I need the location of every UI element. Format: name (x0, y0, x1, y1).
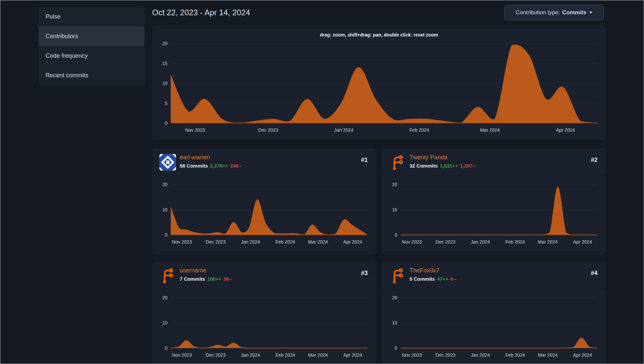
svg-text:Nov 2023: Nov 2023 (172, 352, 192, 358)
overall-contributions-chart[interactable]: 05101520Nov 2023Dec 2023Jan 2024Feb 2024… (155, 39, 603, 138)
svg-text:Dec 2023: Dec 2023 (206, 352, 226, 358)
svg-text:Apr 2024: Apr 2024 (573, 352, 592, 358)
svg-text:Mar 2024: Mar 2024 (308, 239, 328, 245)
svg-text:10: 10 (162, 81, 167, 86)
deletions-count: 1,297-- (460, 163, 476, 169)
commit-count: 32 Commits (410, 163, 438, 169)
svg-text:20: 20 (392, 295, 397, 300)
svg-text:Feb 2024: Feb 2024 (276, 239, 295, 245)
svg-text:0: 0 (395, 345, 397, 351)
contributor-stats: 58 Commits3,375++286-- (180, 163, 242, 169)
contributor-name-link[interactable]: earl-warren (180, 154, 210, 161)
contribution-type-label: Contribution type: (516, 9, 560, 16)
additions-count: 108++ (207, 276, 222, 282)
commit-count: 7 Commits (180, 276, 205, 282)
contributor-name-link[interactable]: Twenty Panda (410, 154, 447, 161)
svg-text:Jan 2024: Jan 2024 (334, 127, 353, 133)
svg-text:Feb 2024: Feb 2024 (410, 127, 429, 133)
svg-text:10: 10 (162, 320, 167, 326)
contributor-rank: #3 (361, 270, 368, 277)
svg-text:Dec 2023: Dec 2023 (435, 352, 455, 358)
svg-text:0: 0 (395, 232, 397, 238)
svg-text:Nov 2023: Nov 2023 (172, 239, 192, 245)
additions-count: 3,375++ (210, 163, 228, 169)
contributor-rank: #4 (591, 270, 598, 277)
deletions-count: 36-- (223, 276, 232, 282)
additions-count: 47++ (437, 276, 448, 282)
svg-text:Mar 2024: Mar 2024 (538, 352, 558, 358)
contributor-chart[interactable]: 01020Nov 2023Dec 2023Jan 2024Feb 2024Mar… (385, 290, 603, 364)
svg-text:5: 5 (165, 101, 167, 106)
svg-text:Dec 2023: Dec 2023 (435, 239, 455, 245)
forgejo-logo-avatar (159, 267, 176, 284)
svg-text:Nov 2023: Nov 2023 (402, 239, 422, 245)
contributor-name-link[interactable]: TheFox0x7 (410, 267, 439, 274)
forgejo-logo-avatar (389, 154, 406, 171)
svg-text:Apr 2024: Apr 2024 (556, 127, 575, 133)
contributor-rank: #1 (361, 157, 368, 164)
sidebar: Pulse Contributors Code frequency Recent… (39, 7, 144, 85)
sidebar-item-recent-commits[interactable]: Recent commits (39, 66, 144, 85)
deletions-count: 6-- (450, 276, 456, 282)
contributor-stats: 32 Commits1,531++1,297-- (410, 163, 476, 169)
contributor-card-header: earl-warren 58 Commits3,375++286-- #1 (152, 149, 376, 176)
svg-text:20: 20 (392, 182, 397, 187)
contributor-chart[interactable]: 01020Nov 2023Dec 2023Jan 2024Feb 2024Mar… (155, 290, 373, 364)
svg-text:Feb 2024: Feb 2024 (506, 239, 525, 245)
overall-contributions-panel: drag: zoom, shift+drag: pan, double clic… (152, 26, 606, 140)
contributor-card-1: earl-warren 58 Commits3,375++286-- #1 01… (152, 149, 376, 255)
deletions-count: 286-- (230, 163, 242, 169)
sidebar-item-contributors[interactable]: Contributors (39, 27, 144, 46)
contributor-chart[interactable]: 01020Nov 2023Dec 2023Jan 2024Feb 2024Mar… (385, 177, 603, 252)
identicon-avatar (159, 154, 176, 171)
additions-count: 1,531++ (440, 163, 458, 169)
svg-text:20: 20 (162, 41, 167, 46)
svg-text:Apr 2024: Apr 2024 (343, 239, 362, 245)
contributor-card-4: TheFox0x7 5 Commits47++6-- #4 01020Nov 2… (382, 262, 606, 364)
svg-text:10: 10 (162, 207, 167, 212)
commit-count: 58 Commits (180, 163, 208, 169)
svg-text:20: 20 (162, 182, 167, 187)
chart-zoom-hint: drag: zoom, shift+drag: pan, double clic… (152, 26, 606, 37)
svg-text:Jan 2024: Jan 2024 (471, 352, 490, 358)
date-range-title: Oct 22, 2023 - Apr 14, 2024 (152, 8, 250, 17)
svg-text:15: 15 (162, 61, 167, 66)
svg-text:Mar 2024: Mar 2024 (308, 352, 328, 358)
contributor-card-3: username 7 Commits108++36-- #3 01020Nov … (152, 262, 376, 364)
svg-text:Feb 2024: Feb 2024 (506, 352, 525, 358)
svg-text:Dec 2023: Dec 2023 (258, 127, 278, 133)
svg-text:0: 0 (165, 345, 167, 351)
svg-text:Dec 2023: Dec 2023 (206, 239, 226, 245)
svg-text:0: 0 (165, 120, 167, 126)
contribution-type-dropdown[interactable]: Contribution type: Commits (505, 5, 604, 20)
contributor-stats: 7 Commits108++36-- (180, 276, 232, 282)
svg-text:Apr 2024: Apr 2024 (343, 352, 362, 358)
contributor-chart[interactable]: 01020Nov 2023Dec 2023Jan 2024Feb 2024Mar… (155, 177, 373, 252)
svg-text:Apr 2024: Apr 2024 (573, 239, 592, 245)
svg-text:20: 20 (162, 295, 167, 300)
svg-text:Mar 2024: Mar 2024 (538, 239, 558, 245)
contributor-card-header: username 7 Commits108++36-- #3 (152, 262, 376, 289)
svg-text:Feb 2024: Feb 2024 (276, 352, 295, 358)
contributor-stats: 5 Commits47++6-- (410, 276, 456, 282)
contributor-card-header: TheFox0x7 5 Commits47++6-- #4 (382, 262, 606, 289)
svg-text:Jan 2024: Jan 2024 (241, 239, 260, 245)
svg-text:Nov 2023: Nov 2023 (402, 352, 422, 358)
svg-text:Mar 2024: Mar 2024 (480, 127, 500, 133)
svg-text:0: 0 (165, 232, 167, 238)
contributors-page: { "header": { "date_range": "Oct 22, 202… (0, 0, 644, 364)
sidebar-item-pulse[interactable]: Pulse (39, 7, 144, 27)
contributor-rank: #2 (591, 157, 598, 164)
contributor-card-header: Twenty Panda 32 Commits1,531++1,297-- #2 (382, 149, 606, 176)
sidebar-item-code-frequency[interactable]: Code frequency (39, 46, 144, 66)
contributor-card-2: Twenty Panda 32 Commits1,531++1,297-- #2… (382, 149, 606, 255)
forgejo-logo-avatar (389, 267, 406, 284)
contributor-name-link[interactable]: username (180, 267, 206, 274)
dropdown-caret-icon (589, 12, 593, 14)
svg-text:Jan 2024: Jan 2024 (471, 239, 490, 245)
svg-text:Nov 2023: Nov 2023 (185, 127, 205, 133)
svg-text:10: 10 (392, 207, 397, 212)
contribution-type-value: Commits (562, 9, 587, 16)
commit-count: 5 Commits (410, 276, 435, 282)
svg-text:10: 10 (392, 320, 397, 326)
